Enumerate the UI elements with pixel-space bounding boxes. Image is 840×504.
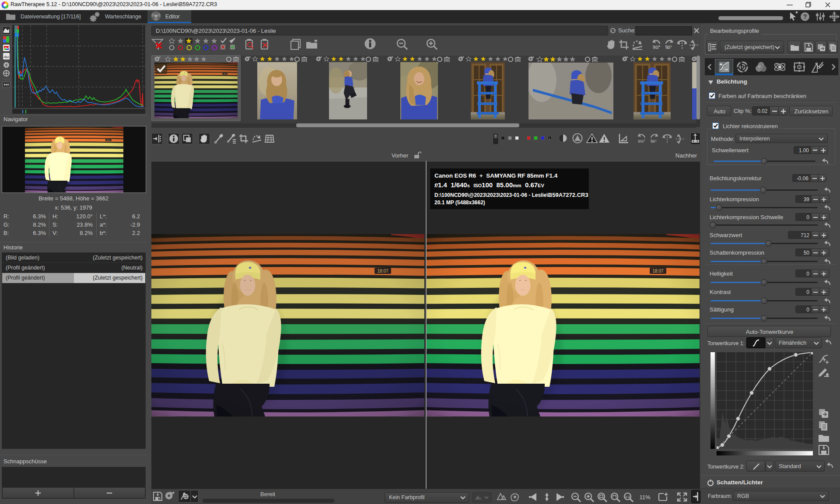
svg-text:?: ? bbox=[803, 13, 807, 20]
svg-text:1:1: 1:1 bbox=[625, 495, 630, 499]
svg-text:90°: 90° bbox=[638, 139, 644, 144]
svg-text:90°: 90° bbox=[665, 45, 672, 50]
svg-text:90°: 90° bbox=[653, 45, 659, 50]
svg-text:90°: 90° bbox=[651, 139, 657, 144]
